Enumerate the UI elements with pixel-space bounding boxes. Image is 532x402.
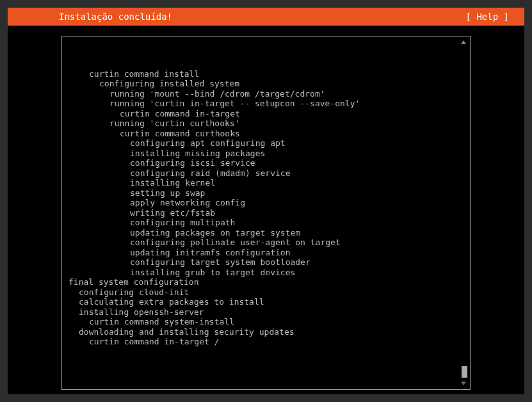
- log-line: installing kernel: [69, 178, 463, 188]
- log-line: running 'curtin curthooks': [69, 118, 463, 129]
- page-title: Instalação concluída!: [18, 12, 172, 22]
- log-line: configuring iscsi service: [69, 158, 463, 168]
- log-line: configuring multipath: [69, 218, 463, 228]
- log-line: configuring target system bootloader: [69, 257, 463, 268]
- log-line: running 'curtin in-target -- setupcon --…: [69, 99, 463, 109]
- scroll-up-arrow-icon[interactable]: [461, 40, 466, 44]
- log-line: updating initramfs configuration: [69, 248, 463, 258]
- log-line: configuring pollinate user-agent on targ…: [69, 237, 463, 248]
- log-line: curtin command in-target /: [69, 337, 463, 347]
- log-line: final system configuration: [69, 277, 463, 287]
- installer-inner: Instalação concluída! [ Help ] curtin co…: [8, 8, 524, 394]
- header-bar: Instalação concluída! [ Help ]: [8, 8, 524, 26]
- log-line: curtin command in-target: [69, 109, 463, 119]
- log-line: downloading and installing security upda…: [69, 327, 463, 337]
- log-line: installing grub to target devices: [69, 268, 463, 278]
- content-area: curtin command installconfiguring instal…: [8, 26, 524, 402]
- log-line: configuring apt configuring apt: [69, 138, 463, 149]
- log-line: configuring cloud-init: [69, 287, 463, 298]
- scrollbar-thumb[interactable]: [462, 366, 467, 378]
- installer-window: Instalação concluída! [ Help ] curtin co…: [0, 0, 532, 402]
- log-line: writing etc/fstab: [69, 208, 463, 218]
- footer-buttons: [ View full log ] [ Cancel update and re…: [61, 390, 471, 403]
- log-line: curtin command curthooks: [69, 129, 463, 139]
- install-log: curtin command installconfiguring instal…: [61, 36, 471, 390]
- log-line: installing missing packages: [69, 149, 463, 159]
- log-line: running 'mount --bind /cdrom /target/cdr…: [69, 89, 463, 99]
- log-line: curtin command system-install: [69, 317, 463, 327]
- help-button[interactable]: [ Help ]: [466, 12, 514, 22]
- log-line: curtin command install: [69, 69, 463, 79]
- log-line: apply networking config: [69, 198, 463, 208]
- log-lines-container: curtin command installconfiguring instal…: [69, 69, 463, 347]
- log-line: configuring installed system: [69, 79, 463, 89]
- log-line: setting up swap: [69, 188, 463, 198]
- log-line: calculating extra packages to install: [69, 297, 463, 307]
- scroll-down-arrow-icon[interactable]: [461, 382, 466, 385]
- log-line: installing openssh-server: [69, 307, 463, 318]
- log-line: configuring raid (mdadm) service: [69, 168, 463, 179]
- log-line: updating packages on target system: [69, 228, 463, 238]
